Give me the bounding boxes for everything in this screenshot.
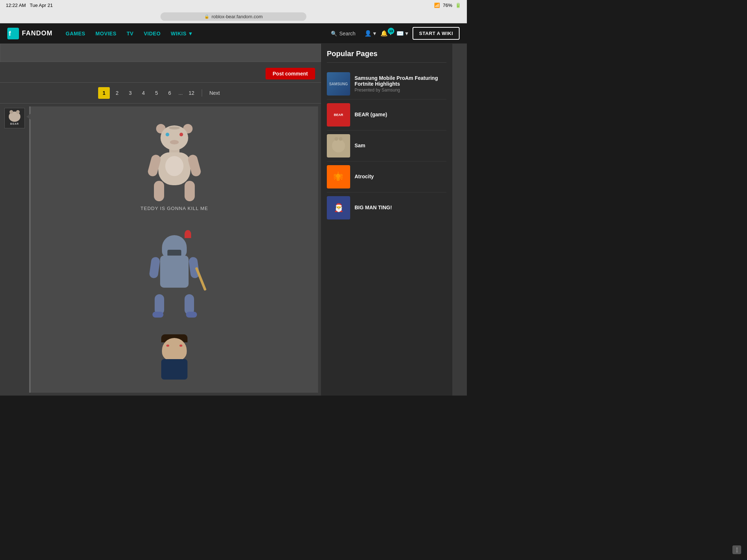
teddy-caption: TEDDY IS GONNA KILL ME xyxy=(140,206,208,211)
bear-page-info: BEAR (game) xyxy=(355,112,446,118)
url-text: roblox-bear.fandom.com xyxy=(212,14,263,19)
knight-foot-left xyxy=(152,312,163,318)
bear-avatar-inner: BEAR xyxy=(5,108,24,128)
page-1-button[interactable]: 1 xyxy=(98,87,110,99)
notification-badge: 13 xyxy=(388,28,394,34)
atrocity-thumbnail: 🕷 xyxy=(327,165,350,188)
bigman-page-info: BIG MAN TING! xyxy=(355,205,446,211)
knight-plume xyxy=(185,230,191,238)
bear-game-thumbnail: BEAR xyxy=(327,103,350,127)
nav-movies[interactable]: MOVIES xyxy=(91,23,121,44)
article-area: Post comment 1 2 3 4 5 6 ... 12 Next xyxy=(0,44,321,396)
sam-page-name: Sam xyxy=(355,143,446,148)
sidebar-item-sam[interactable]: Sam xyxy=(327,131,446,162)
char3-eye-left xyxy=(166,345,169,347)
knight-helmet xyxy=(162,235,187,258)
page-5-button[interactable]: 5 xyxy=(151,87,162,99)
chevron-down-icon: ▾ xyxy=(405,30,408,37)
envelope-icon: ✉️ xyxy=(396,30,404,37)
url-input[interactable]: 🔒 roblox-bear.fandom.com xyxy=(160,12,306,21)
comment-block: BEAR xyxy=(0,103,321,396)
teddy-container: TEDDY IS GONNA KILL ME xyxy=(140,121,208,211)
fandom-logo[interactable]: f FANDOM xyxy=(7,28,53,39)
teddy-figure xyxy=(145,121,204,201)
comment-avatar: BEAR xyxy=(0,104,29,396)
sam-thumbnail xyxy=(327,134,350,158)
user-avatar-button[interactable]: 👤 ▾ xyxy=(364,30,376,37)
bigman-page-name: BIG MAN TING! xyxy=(355,205,446,210)
knight-body xyxy=(160,256,189,288)
messages-button[interactable]: ✉️ ▾ xyxy=(396,30,408,37)
samsung-page-info: Samsung Mobile ProAm Featuring Fortnite … xyxy=(355,75,446,93)
status-bar: 12:22 AM Tue Apr 21 📶 76% 🔋 xyxy=(0,0,467,10)
teddy-belly xyxy=(165,156,183,176)
post-comment-bar: Post comment xyxy=(0,65,321,82)
nav-games[interactable]: GAMES xyxy=(61,23,90,44)
start-wiki-button[interactable]: START A WIKI xyxy=(413,27,460,40)
sidebar-item-bear[interactable]: BEAR BEAR (game) xyxy=(327,100,446,131)
chevron-down-icon: ▼ xyxy=(188,31,193,36)
lock-icon: 🔒 xyxy=(204,14,209,19)
teddy-leg-right xyxy=(185,181,195,201)
bear-page-name: BEAR (game) xyxy=(355,112,446,117)
knight-sword xyxy=(195,267,207,291)
knight-arm-left xyxy=(149,257,160,279)
bear-label: BEAR xyxy=(10,122,19,125)
page-2-button[interactable]: 2 xyxy=(111,87,123,99)
url-bar[interactable]: 🔒 roblox-bear.fandom.com xyxy=(0,10,467,23)
teddy-body xyxy=(158,152,190,185)
samsung-page-name: Samsung Mobile ProAm Featuring Fortnite … xyxy=(355,75,446,87)
page-12-button[interactable]: 12 xyxy=(186,87,197,99)
sidebar-item-samsung[interactable]: SAMSUNG Samsung Mobile ProAm Featuring F… xyxy=(327,69,446,100)
nav-tv[interactable]: TV xyxy=(122,23,138,44)
next-page-button[interactable]: Next xyxy=(206,88,223,98)
svg-text:f: f xyxy=(9,30,11,37)
bigman-thumbnail: 🎅 xyxy=(327,196,350,219)
char3-container xyxy=(145,334,204,378)
teddy-eye-left xyxy=(166,133,169,136)
status-time: 12:22 AM Tue Apr 21 xyxy=(6,3,53,8)
page-6-button[interactable]: 6 xyxy=(164,87,175,99)
nav-links: GAMES MOVIES TV VIDEO WIKIS ▼ xyxy=(61,23,326,44)
knight-foot-right xyxy=(186,312,197,318)
popular-pages-title: Popular Pages xyxy=(327,50,446,63)
fandom-logo-icon: f xyxy=(7,28,19,39)
character-images: TEDDY IS GONNA KILL ME xyxy=(36,112,312,387)
atrocity-page-name: Atrocity xyxy=(355,174,446,179)
knight-figure xyxy=(145,234,204,318)
nav-wikis[interactable]: WIKIS ▼ xyxy=(166,23,197,44)
user-avatar: BEAR xyxy=(4,108,25,128)
fandom-logo-text: FANDOM xyxy=(22,30,53,37)
char3-body xyxy=(161,359,187,380)
sam-icon xyxy=(332,139,345,152)
user-icon: 👤 xyxy=(364,30,372,37)
nav-right: 🔍 Search 👤 ▾ 🔔 13 ▾ ✉️ ▾ START A WIKI xyxy=(326,27,460,40)
main-content: Post comment 1 2 3 4 5 6 ... 12 Next xyxy=(0,44,467,396)
sidebar-item-atrocity[interactable]: 🕷 Atrocity xyxy=(327,162,446,192)
pagination: 1 2 3 4 5 6 ... 12 Next xyxy=(0,82,321,103)
teddy-head xyxy=(160,125,188,150)
notifications-button[interactable]: 🔔 13 ▾ xyxy=(380,30,392,37)
post-comment-button[interactable]: Post comment xyxy=(266,68,315,79)
char3-figure xyxy=(145,334,204,378)
page-ellipsis: ... xyxy=(177,90,184,96)
char3-eye-right xyxy=(179,345,182,347)
comment-body: TEDDY IS GONNA KILL ME xyxy=(29,106,318,393)
teddy-snout xyxy=(170,140,179,144)
page-3-button[interactable]: 3 xyxy=(124,87,136,99)
sidebar-item-bigman[interactable]: 🎅 BIG MAN TING! xyxy=(327,192,446,223)
sam-page-info: Sam xyxy=(355,143,446,149)
wifi-icon: 📶 xyxy=(434,3,440,8)
sidebar: Popular Pages SAMSUNG Samsung Mobile Pro… xyxy=(321,44,452,396)
nav-video[interactable]: VIDEO xyxy=(139,23,165,44)
teddy-top xyxy=(169,127,180,129)
comment-input-area xyxy=(0,44,321,62)
char3-head xyxy=(162,338,187,361)
teddy-eye-right xyxy=(179,133,183,136)
knight-container xyxy=(145,234,204,318)
bell-icon: 🔔 xyxy=(380,30,388,36)
page-4-button[interactable]: 4 xyxy=(138,87,149,99)
battery-icon: 76% xyxy=(443,3,452,8)
search-button[interactable]: 🔍 Search xyxy=(326,28,360,39)
teddy-leg-left xyxy=(154,181,164,201)
